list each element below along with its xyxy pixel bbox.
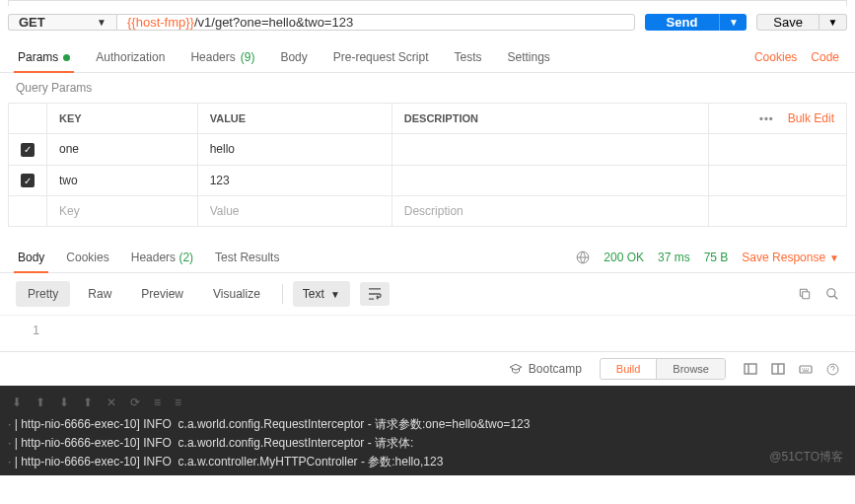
console-tool-icon[interactable]: ⬆ — [83, 396, 93, 409]
tab-body[interactable]: Body — [278, 42, 309, 72]
console-tool-icon[interactable]: ✕ — [107, 396, 116, 409]
table-row: ✓ one hello — [9, 134, 847, 166]
checkbox-checked-icon[interactable]: ✓ — [21, 143, 35, 157]
console-panel: ⬇ ⬆ ⬇ ⬆ ✕ ⟳ ≡ ≡ · | http-nio-6666-exec-1… — [0, 386, 855, 475]
more-options-icon[interactable]: ••• — [759, 112, 774, 124]
tab-headers[interactable]: Headers (9) — [188, 42, 256, 72]
cell-value-placeholder[interactable]: Value — [197, 196, 392, 227]
response-body[interactable]: 1 — [0, 316, 855, 351]
tab-tests[interactable]: Tests — [452, 42, 483, 72]
format-select[interactable]: Text ▼ — [293, 281, 350, 307]
status-bar: Bootcamp Build Browse — [0, 351, 855, 386]
bulk-edit-link[interactable]: Bulk Edit — [788, 111, 834, 125]
view-pretty-button[interactable]: Pretty — [16, 281, 70, 307]
view-visualize-button[interactable]: Visualize — [201, 281, 272, 307]
tab-params[interactable]: Params — [16, 42, 72, 72]
response-view-bar: Pretty Raw Preview Visualize Text ▼ — [0, 273, 855, 316]
watermark: @51CTO博客 — [769, 449, 843, 466]
copy-icon[interactable] — [798, 287, 812, 301]
cell-desc-placeholder[interactable]: Description — [392, 196, 708, 227]
query-params-title: Query Params — [0, 73, 855, 103]
chevron-down-icon: ▼ — [97, 17, 107, 28]
console-tool-icon[interactable]: ⬆ — [36, 396, 45, 409]
code-link[interactable]: Code — [811, 50, 839, 64]
keyboard-icon[interactable] — [799, 363, 813, 376]
url-variable: {{host-fmp}} — [127, 15, 194, 30]
graduation-icon — [509, 362, 523, 376]
checkbox-checked-icon[interactable]: ✓ — [21, 174, 35, 187]
console-line: · | http-nio-6666-exec-10] INFO c.a.w.co… — [0, 453, 855, 471]
response-tabs: Body Cookies Headers (2) Test Results 20… — [0, 243, 855, 273]
method-select[interactable]: GET ▼ — [8, 14, 116, 31]
panel-split-icon[interactable] — [771, 363, 785, 376]
url-input[interactable]: {{host-fmp}}/v1/get?one=hello&two=123 — [116, 14, 635, 31]
col-key: KEY — [47, 104, 198, 134]
response-time: 37 ms — [658, 251, 690, 264]
view-raw-button[interactable]: Raw — [76, 281, 123, 307]
cell-key[interactable]: two — [47, 165, 198, 196]
line-number: 1 — [16, 324, 39, 337]
bootcamp-link[interactable]: Bootcamp — [509, 362, 582, 376]
console-toolbar: ⬇ ⬆ ⬇ ⬆ ✕ ⟳ ≡ ≡ — [0, 390, 855, 415]
method-label: GET — [19, 15, 45, 30]
table-row-empty: Key Value Description — [9, 196, 847, 227]
table-row: ✓ two 123 — [9, 165, 847, 196]
browse-button[interactable]: Browse — [656, 359, 725, 379]
status-code: 200 OK — [604, 251, 644, 264]
console-line: · | http-nio-6666-exec-10] INFO c.a.worl… — [0, 434, 855, 453]
save-response-link[interactable]: Save Response ▼ — [742, 251, 839, 264]
console-line: · | http-nio-6666-exec-10] INFO c.a.worl… — [0, 415, 855, 434]
chevron-down-icon: ▼ — [729, 17, 739, 28]
wrap-lines-button[interactable] — [360, 282, 390, 306]
save-button[interactable]: Save — [756, 14, 819, 31]
request-tabs: Params Authorization Headers (9) Body Pr… — [0, 42, 855, 73]
search-icon[interactable] — [825, 287, 839, 301]
resp-tab-headers[interactable]: Headers (2) — [129, 243, 195, 272]
resp-tab-tests[interactable]: Test Results — [213, 243, 281, 272]
console-tool-icon[interactable]: ≡ — [175, 396, 181, 409]
chevron-down-icon: ▼ — [829, 252, 839, 263]
chevron-down-icon: ▼ — [330, 289, 340, 300]
console-tool-icon[interactable]: ≡ — [154, 396, 161, 409]
view-preview-button[interactable]: Preview — [129, 281, 195, 307]
response-size: 75 B — [704, 251, 729, 264]
query-params-table: KEY VALUE DESCRIPTION ••• Bulk Edit ✓ on… — [8, 103, 847, 227]
help-icon[interactable] — [826, 363, 839, 376]
svg-point-2 — [827, 289, 835, 297]
send-button[interactable]: Send — [645, 14, 720, 31]
cell-key-placeholder[interactable]: Key — [47, 196, 198, 227]
params-indicator-icon — [63, 54, 70, 61]
build-button[interactable]: Build — [601, 359, 656, 379]
tab-authorization[interactable]: Authorization — [94, 42, 167, 72]
send-dropdown[interactable]: ▼ — [719, 14, 747, 31]
tab-settings[interactable]: Settings — [506, 42, 552, 72]
tab-prerequest[interactable]: Pre-request Script — [331, 42, 431, 72]
col-value: VALUE — [197, 104, 392, 134]
resp-tab-body[interactable]: Body — [16, 243, 46, 272]
col-desc: DESCRIPTION — [392, 104, 708, 134]
save-dropdown[interactable]: ▼ — [819, 14, 847, 31]
cell-value[interactable]: 123 — [197, 165, 392, 196]
svg-rect-1 — [803, 292, 810, 299]
cell-key[interactable]: one — [47, 134, 198, 166]
request-bar: GET ▼ {{host-fmp}}/v1/get?one=hello&two=… — [0, 6, 855, 42]
chevron-down-icon: ▼ — [828, 17, 838, 28]
console-tool-icon[interactable]: ⬇ — [59, 396, 69, 409]
globe-icon[interactable] — [576, 251, 590, 264]
cookies-link[interactable]: Cookies — [754, 50, 797, 64]
mode-toggle: Build Browse — [600, 358, 726, 380]
console-tool-icon[interactable]: ⟳ — [130, 396, 140, 409]
url-path: /v1/get?one=hello&two=123 — [194, 15, 353, 30]
cell-desc[interactable] — [392, 134, 708, 166]
console-tool-icon[interactable]: ⬇ — [12, 396, 22, 409]
cell-value[interactable]: hello — [197, 134, 392, 166]
svg-rect-3 — [745, 364, 756, 374]
panel-single-icon[interactable] — [744, 363, 757, 376]
resp-tab-cookies[interactable]: Cookies — [64, 243, 110, 272]
cell-desc[interactable] — [392, 165, 708, 196]
